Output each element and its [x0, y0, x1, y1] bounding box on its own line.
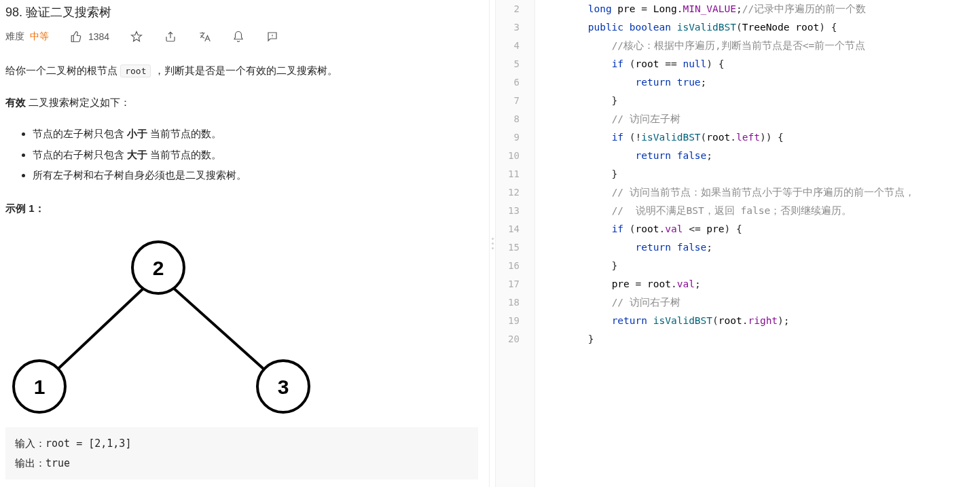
translate-icon[interactable]	[198, 30, 211, 43]
tree-node-root: 2	[153, 257, 164, 279]
bell-icon[interactable]	[232, 30, 245, 43]
rule-1: 节点的左子树只包含 小于 当前节点的数。	[33, 124, 478, 144]
likes-button[interactable]: 1384	[69, 30, 109, 43]
example-tree-diagram: 2 1 3	[5, 230, 318, 420]
example-output: 输出：true	[15, 457, 70, 469]
rule-2: 节点的右子树只包含 大于 当前节点的数。	[33, 145, 478, 165]
problem-panel: 98. 验证二叉搜索树 难度 中等 1384 给你一个二叉树的根节	[0, 0, 489, 487]
star-icon[interactable]	[130, 30, 143, 43]
code-area[interactable]: long pre = Long.MIN_VALUE;//记录中序遍历的前一个数 …	[535, 0, 980, 487]
intro: 给你一个二叉树的根节点 root ，判断其是否是一个有效的二叉搜索树。	[5, 61, 478, 81]
feedback-icon[interactable]	[266, 30, 279, 43]
rule-3: 所有左子树和右子树自身必须也是二叉搜索树。	[33, 166, 478, 185]
example-label: 示例 1：	[5, 199, 478, 219]
share-icon[interactable]	[164, 30, 177, 43]
thumbs-up-icon	[69, 30, 83, 43]
difficulty: 难度 中等	[5, 31, 49, 43]
example-io: 输入：root = [2,1,3] 输出：true	[5, 427, 478, 480]
difficulty-label: 难度	[5, 31, 24, 41]
difficulty-value: 中等	[30, 31, 49, 41]
example-input: 输入：root = [2,1,3]	[15, 437, 131, 450]
likes-count: 1384	[88, 31, 109, 42]
line-gutter: 234567891011121314151617181920	[496, 0, 535, 487]
valid-definition: 有效 二叉搜索树定义如下：	[5, 93, 478, 113]
code-editor[interactable]: 234567891011121314151617181920 long pre …	[496, 0, 980, 487]
rules-list: 节点的左子树只包含 小于 当前节点的数。 节点的右子树只包含 大于 当前节点的数…	[5, 124, 478, 185]
inline-code-root: root	[120, 65, 151, 77]
problem-title: 98. 验证二叉搜索树	[5, 4, 478, 20]
meta-row: 难度 中等 1384	[5, 30, 478, 43]
description: 给你一个二叉树的根节点 root ，判断其是否是一个有效的二叉搜索树。 有效 二…	[5, 61, 478, 480]
tree-node-right: 3	[278, 376, 289, 398]
splitter[interactable]	[489, 0, 496, 487]
tree-node-left: 1	[34, 376, 46, 398]
